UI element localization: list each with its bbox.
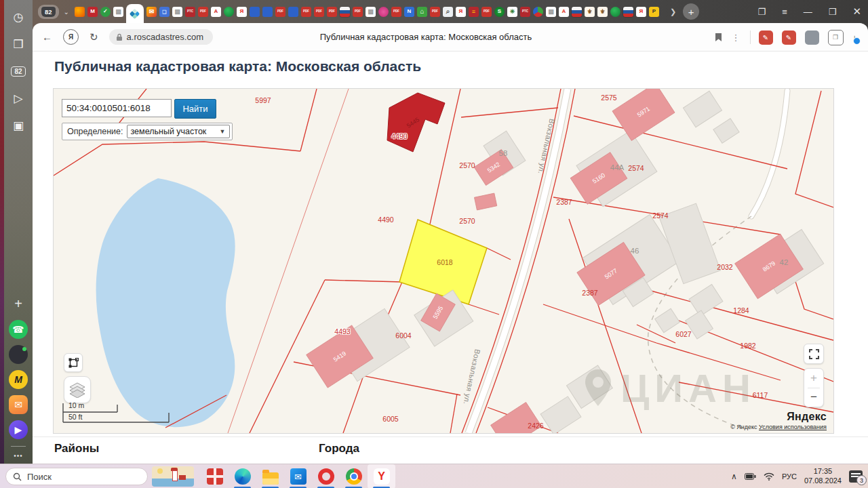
tab-favicon-pdf[interactable]: PDF: [275, 7, 285, 17]
yandex-home-icon[interactable]: Я: [63, 29, 79, 45]
sidebar-item-whatsapp[interactable]: ☎: [9, 320, 28, 339]
sidebar-item-video-player[interactable]: ▷: [8, 88, 28, 108]
more-options-icon[interactable]: ⋮: [732, 33, 741, 43]
taskbar-app-edge[interactable]: [229, 464, 256, 488]
tab-favicon-pdf[interactable]: PDF: [198, 7, 208, 17]
tab-favicon-pdf[interactable]: PDF: [430, 7, 440, 17]
bookmark-icon[interactable]: [715, 33, 722, 42]
find-button[interactable]: Найти: [174, 99, 216, 119]
cadastral-search-input[interactable]: [62, 99, 172, 117]
tab-favicon-blue-shield[interactable]: [250, 7, 260, 17]
extension-stamp-icon[interactable]: ✎: [782, 30, 796, 45]
tab-favicon-ru-flag[interactable]: [623, 7, 633, 17]
cadastral-map[interactable]: ЦИАН 59974490449025702570601860046005449…: [53, 88, 834, 434]
taskbar-app-mail[interactable]: ✉: [284, 464, 312, 488]
sidebar-item-yandex-mail[interactable]: ✉: [9, 395, 28, 414]
tab-favicon-pdf[interactable]: PDF: [301, 7, 311, 17]
clock[interactable]: 17:35 07.08.2024: [804, 467, 842, 486]
layers-button[interactable]: [64, 376, 91, 403]
tab-favicon-restaurant[interactable]: М: [87, 7, 98, 17]
tab-favicon-navigator[interactable]: N: [404, 7, 414, 17]
wifi-icon[interactable]: [764, 472, 774, 481]
zoom-out-button[interactable]: −: [804, 388, 823, 407]
tab-favicon-avito[interactable]: А: [559, 7, 569, 17]
tab-favicon-document[interactable]: ▤: [546, 7, 556, 17]
taskbar-app-chrome[interactable]: [340, 464, 368, 488]
tab-favicon-rts[interactable]: РТС: [520, 7, 530, 17]
taskbar-app-gift[interactable]: [201, 464, 229, 488]
sidebar-item-screenshot[interactable]: ▣: [8, 115, 28, 136]
tab-favicon-yellow-p[interactable]: P: [649, 7, 659, 17]
close-button[interactable]: ✕: [852, 5, 861, 18]
extension-shield-icon[interactable]: [805, 30, 819, 45]
taskbar-app-explorer[interactable]: [256, 464, 284, 488]
weather-widget[interactable]: [152, 466, 194, 487]
tab-favicon-document[interactable]: ▤: [172, 7, 182, 17]
tab-favicon-yandex-mail[interactable]: ✉: [146, 7, 157, 17]
tab-favicon-search-service[interactable]: ⌕: [443, 7, 453, 17]
tab-favicon-yandex[interactable]: Я: [636, 7, 646, 17]
tab-favicon-pdf[interactable]: PDF: [481, 7, 492, 17]
language-indicator[interactable]: РУС: [782, 472, 797, 481]
tab-favicon-house-service[interactable]: ⌂: [417, 7, 427, 17]
tab-favicon-blue-shield[interactable]: [288, 7, 298, 17]
maximize-button[interactable]: ❒: [829, 7, 837, 17]
back-icon[interactable]: ←: [42, 31, 52, 43]
notification-icon[interactable]: 3: [849, 470, 863, 483]
tab-favicon-cube[interactable]: ❑: [159, 7, 170, 17]
tab-favicon-green-service[interactable]: [610, 7, 620, 17]
zoom-in-button[interactable]: +: [804, 369, 823, 388]
battery-icon[interactable]: [745, 473, 756, 480]
tab-favicon-blue-shield[interactable]: [262, 7, 273, 17]
tab-favicon-flame[interactable]: [75, 7, 85, 17]
tab-favicon-state-emblem[interactable]: ⚜: [585, 7, 595, 17]
tab-list-chevron-icon[interactable]: ⌄: [64, 8, 69, 16]
tab-favicon-wreath-emblem[interactable]: ✳: [507, 7, 517, 17]
sidebar-more-icon[interactable]: •••: [14, 452, 23, 460]
tab-favicon-ru-flag[interactable]: [340, 7, 350, 17]
tab-favicon-pdf[interactable]: PDF: [391, 7, 401, 17]
tab-favicon-acrobat[interactable]: A: [211, 7, 221, 17]
tab-counter[interactable]: 82: [38, 5, 59, 19]
tab-favicon-cadastre-map-active[interactable]: [126, 4, 144, 23]
tab-favicon-sber[interactable]: S: [494, 7, 505, 17]
tab-favicon-ru-flag[interactable]: [572, 7, 582, 17]
tab-favicon-color-dots[interactable]: [533, 7, 543, 17]
sidebar-item-dark-app[interactable]: [9, 345, 28, 364]
measure-tool-button[interactable]: [64, 353, 83, 372]
taskbar-app-yandex-browser[interactable]: Y: [368, 464, 395, 488]
menu-icon[interactable]: ≡: [782, 7, 787, 17]
sidebar-item-metro[interactable]: M: [9, 370, 28, 389]
tab-favicon-document[interactable]: ▤: [366, 7, 376, 17]
sidebar-panel-icon[interactable]: ❐: [758, 7, 766, 17]
definition-select[interactable]: земельный участок ▼: [127, 125, 230, 138]
tab-favicon-pink-service[interactable]: [378, 7, 389, 17]
tab-favicon-state-emblem[interactable]: ⚜: [597, 7, 608, 17]
terms-link[interactable]: Условия использования: [759, 424, 827, 430]
fullscreen-button[interactable]: [804, 344, 824, 364]
extension-stamp-icon[interactable]: ✎: [759, 30, 773, 45]
tab-favicon-pdf[interactable]: PDF: [327, 7, 337, 17]
domain-pill[interactable]: a.roscadastres.com: [109, 29, 213, 45]
sidebar-item-tab-panel[interactable]: ❒: [8, 34, 28, 54]
sidebar-add-icon[interactable]: +: [8, 293, 28, 314]
sidebar-item-tab-count[interactable]: 82: [8, 61, 28, 81]
taskbar-search[interactable]: Поиск: [5, 468, 148, 485]
tray-expand-icon[interactable]: ∧: [731, 472, 737, 481]
sidebar-item-alice[interactable]: ▶: [9, 420, 28, 439]
new-tab-button[interactable]: +: [683, 3, 699, 20]
tab-favicon-red-menu[interactable]: ≡: [469, 7, 479, 17]
tab-favicon-yandex[interactable]: Я: [237, 7, 247, 17]
tab-favicon-rts[interactable]: РТС: [185, 7, 195, 17]
sidebar-item-history[interactable]: ◷: [8, 7, 28, 27]
tab-favicon-check[interactable]: ✓: [100, 7, 111, 17]
minimize-button[interactable]: —: [804, 7, 812, 17]
tab-favicon-green-service[interactable]: [224, 7, 234, 17]
tab-overflow-chevron-icon[interactable]: ❯: [670, 7, 676, 16]
refresh-icon[interactable]: ↻: [90, 31, 98, 43]
downloads-icon[interactable]: ↓: [852, 32, 858, 43]
tab-favicon-pdf[interactable]: PDF: [353, 7, 363, 17]
tab-favicon-yandex[interactable]: Я: [456, 7, 466, 17]
taskbar-app-opera[interactable]: [312, 464, 340, 488]
tab-favicon-pdf[interactable]: PDF: [314, 7, 324, 17]
